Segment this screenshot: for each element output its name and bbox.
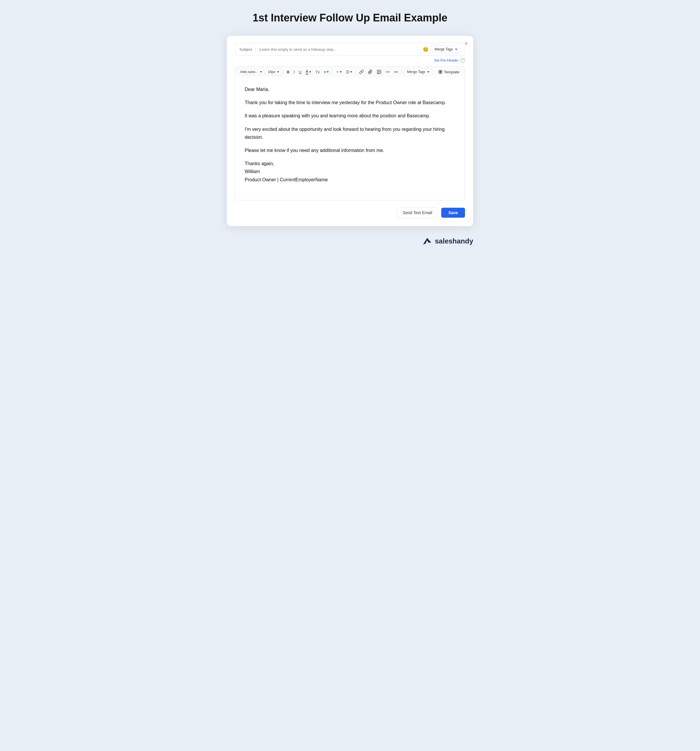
svg-rect-5 xyxy=(440,72,442,74)
svg-marker-6 xyxy=(423,238,431,244)
image-icon xyxy=(377,70,382,74)
font-size-label: 16px xyxy=(267,70,275,74)
align-chevron-icon xyxy=(326,71,329,73)
svg-rect-3 xyxy=(440,70,442,72)
toolbar-merge-tags-button[interactable]: Merge Tags xyxy=(404,69,432,75)
saleshandy-logo-icon xyxy=(421,236,433,247)
underline-button[interactable]: U xyxy=(297,69,303,75)
subject-merge-tags-button[interactable]: Merge Tags xyxy=(431,45,460,53)
template-button[interactable]: Template xyxy=(436,69,462,75)
font-family-chevron-icon xyxy=(260,71,262,73)
code-label: <> xyxy=(385,70,389,74)
email-closing: Thanks again, William Product Owner | Cu… xyxy=(245,159,455,184)
font-size-chevron-icon xyxy=(277,71,279,73)
unordered-list-chevron-icon xyxy=(350,71,352,73)
ordered-list-button[interactable]: ⚬ xyxy=(334,69,343,75)
email-paragraph-2: It was a pleasure speaking with you and … xyxy=(245,112,455,120)
email-closing-text: Thanks again, xyxy=(245,161,274,166)
toolbar-merge-tags-chevron-icon xyxy=(427,71,430,73)
brand-row: saleshandy xyxy=(227,236,473,247)
attachment-icon xyxy=(368,70,372,74)
email-paragraph-4: Please let me know if you need any addit… xyxy=(245,147,455,154)
toolbar-divider-3 xyxy=(355,69,356,74)
toolbar-divider-1 xyxy=(283,69,283,74)
brand-logo: saleshandy xyxy=(421,236,473,247)
text-color-label: A xyxy=(306,69,308,74)
subject-label: Subject xyxy=(240,47,252,52)
subject-right: 😊 Merge Tags xyxy=(423,45,460,53)
send-test-email-button[interactable]: Send Test Email xyxy=(397,207,438,218)
unordered-list-button[interactable]: ☰ xyxy=(345,69,354,75)
unordered-list-label: ☰ xyxy=(346,70,349,74)
email-name: William xyxy=(245,169,260,174)
text-color-chevron-icon xyxy=(309,71,311,73)
modal-footer: Send Test Email Save xyxy=(235,207,465,218)
template-icon xyxy=(438,70,442,74)
font-family-label: inter,sans... xyxy=(240,70,258,74)
subject-divider xyxy=(255,46,256,52)
subject-input[interactable] xyxy=(260,47,419,52)
italic-button[interactable]: I xyxy=(292,69,296,75)
email-paragraph-1: Thank you for taking the time to intervi… xyxy=(245,99,455,107)
toolbar-divider-2 xyxy=(332,69,332,74)
email-editor-modal: × Subject 😊 Merge Tags Set Pre-Header ? … xyxy=(227,36,473,226)
link-icon xyxy=(359,70,364,74)
close-button[interactable]: × xyxy=(464,40,468,46)
svg-rect-4 xyxy=(439,72,440,74)
email-paragraph-3: I'm very excited about the opportunity a… xyxy=(245,125,455,141)
strikethrough-button[interactable]: Tx xyxy=(314,69,321,75)
template-label: Template xyxy=(444,70,459,74)
svg-point-1 xyxy=(378,71,379,71)
text-color-button[interactable]: A xyxy=(304,68,313,76)
align-label: ≡ xyxy=(324,70,326,74)
brand-name: saleshandy xyxy=(435,237,473,245)
email-signature: Product Owner | CurrentEmployerName xyxy=(245,177,328,182)
page-title: 1st Interview Follow Up Email Example xyxy=(253,12,447,24)
code-button[interactable]: <> xyxy=(384,69,391,75)
email-greeting: Dear Maria, xyxy=(245,85,455,93)
font-family-select[interactable]: inter,sans... xyxy=(238,69,264,75)
pre-header-row: Set Pre-Header ? xyxy=(235,58,465,63)
align-button[interactable]: ≡ xyxy=(322,69,331,75)
attachment-button[interactable] xyxy=(366,69,374,75)
ordered-list-chevron-icon xyxy=(340,71,342,73)
email-toolbar: inter,sans... 16px B I U A Tx ≡ ⚬ ☰ xyxy=(235,66,465,77)
subject-row: Subject 😊 Merge Tags xyxy=(235,43,465,56)
image-button[interactable] xyxy=(375,69,383,75)
subject-merge-tags-label: Merge Tags xyxy=(435,47,453,51)
set-pre-header-link[interactable]: Set Pre-Header xyxy=(434,59,459,62)
svg-rect-2 xyxy=(439,70,440,72)
save-button[interactable]: Save xyxy=(441,208,465,218)
subject-merge-tags-chevron-icon xyxy=(455,49,457,50)
email-body[interactable]: Dear Maria, Thank you for taking the tim… xyxy=(235,77,465,200)
font-size-select[interactable]: 16px xyxy=(266,69,281,75)
more-options-button[interactable]: ••• xyxy=(392,69,400,75)
emoji-button[interactable]: 😊 xyxy=(423,46,429,52)
toolbar-merge-tags-label: Merge Tags xyxy=(407,70,425,74)
ordered-list-label: ⚬ xyxy=(335,70,339,74)
pre-header-help-icon[interactable]: ? xyxy=(460,58,465,63)
bold-button[interactable]: B xyxy=(285,69,291,75)
link-button[interactable] xyxy=(358,69,365,75)
